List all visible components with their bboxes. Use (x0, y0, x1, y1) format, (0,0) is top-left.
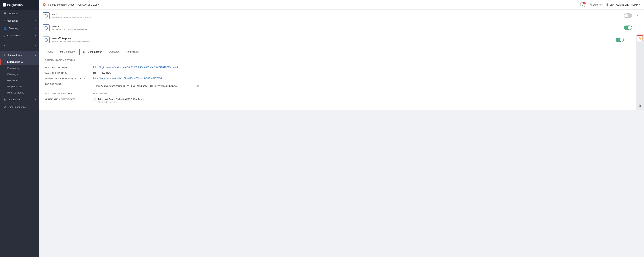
sidebar-sub-item-gateways[interactable]: Gateways (0, 71, 39, 77)
sidebar-item-label: User Experience (8, 106, 26, 108)
sidebar-item-directory[interactable]: 👤 Directory ▾ (0, 24, 39, 32)
topbar: 🏠 FluentCommerce_7cd85 › OMSQASSOEXT ▾ ?… (39, 0, 644, 10)
config-value-cert: 📄 Microsoft Azure Federated SSO Certific… (93, 98, 630, 103)
sidebar-sub-item-webhooks[interactable]: Webhooks (0, 77, 39, 83)
toggle-knob-azure (628, 26, 632, 30)
toggle-knob-azure-enterprise (620, 38, 624, 42)
chevron-down-icon: ▾ (35, 98, 36, 101)
config-value-entity-id: https://sts.windows.net/90e11593-043a-45… (93, 77, 630, 80)
user-chevron: ▾ (639, 4, 640, 6)
copy-acs-icon[interactable]: ⧉ (197, 84, 199, 87)
idp-info-azure-enterprise: AzureEnterprise ddb78f39-c76a-4818-9e40-… (52, 37, 616, 43)
user-experience-icon: ◉ (4, 98, 6, 101)
sidebar-logo-text: PingIdentity (7, 3, 23, 6)
toggle-knob-asdf (624, 14, 628, 17)
gateways-label: Gateways (7, 73, 18, 76)
webhooks-label: Webhooks (7, 79, 18, 82)
cert-valid: Valid 12-22 to 12-25 (98, 101, 144, 103)
provisioning-label: Provisioning (7, 67, 20, 69)
idp-expanded-content: AzureEnterprise ddb78f39-c76a-4818-9e40-… (39, 34, 636, 110)
tab-p1-connection[interactable]: P1 Connection (57, 49, 80, 55)
sidebar-item-integrations[interactable]: ✦ Authentication ▴ (0, 51, 39, 59)
config-row-cert: VERIFICATION CERTIFICATE: 📄 Microsoft Az… (45, 98, 630, 103)
sidebar-item-settings[interactable]: ⚙ User Experience ▾ (0, 103, 39, 111)
config-label-slo-url: SAML SLO LOGOUT URL: (45, 92, 93, 95)
idp-row-azure: Azure 4ef36e99-775f-4248-a4da-ad22ab05ad… (39, 22, 644, 34)
sidebar-item-label: Overview (8, 12, 18, 15)
sidebar-item-user-experience[interactable]: ◉ Integrations ▾ (0, 96, 39, 103)
toggle-azure-enterprise[interactable] (616, 38, 624, 42)
idp-expanded-row: AzureEnterprise ddb78f39-c76a-4818-9e40-… (39, 34, 644, 110)
sidebar-item-label: Directory (9, 27, 19, 30)
app-name-breadcrumb: OMSQASSOEXT ▾ (78, 3, 99, 6)
ping-logo-box: P (3, 3, 6, 6)
sidebar-logo: P PingIdentity (0, 0, 39, 10)
dropdown-icon[interactable]: ▾ (98, 3, 99, 6)
app-link[interactable]: OMSQASSOEXT (78, 3, 97, 6)
sidebar-item-label: Authentication (8, 54, 23, 57)
tab-registration[interactable]: Registration (123, 49, 143, 55)
overview-icon: ⊞ (4, 12, 6, 15)
clock-icon: 🕐 (589, 3, 592, 6)
config-label-saml-sso-url: SAML SSO LOGIN URL: (45, 66, 93, 68)
topbar-right: ? 1 🕐 Explore ▾ 👤 ENV_ADMIN ENV_ADMIN ▾ (580, 2, 640, 7)
toggle-azure[interactable] (624, 25, 632, 30)
tabs-bar: Profile P1 Connection IDP Configuration … (39, 46, 636, 55)
config-row-slo-url: SAML SLO LOGOUT URL: Not specified (45, 92, 630, 95)
sidebar-sub-item-external-idps[interactable]: External IDPs (0, 59, 39, 65)
cert-info: Microsoft Azure Federated SSO Certificat… (98, 98, 144, 103)
settings-icon: ⚙ (4, 105, 6, 109)
idp-uuid-azure-enterprise: ddb78f39-c76a-4818-9e40-5e563355bf2b ⧉ (52, 40, 616, 43)
idp-uuid-asdf: 98ea24bb-bd6b-4982-b503-d044158f7d13 (52, 16, 624, 18)
help-badge: 1 (583, 2, 586, 4)
user-button[interactable]: 👤 ENV_ADMIN ENV_ADMIN ▾ (606, 3, 640, 6)
config-row-saml-binding: SAML SSO BINDING: HTTP_REDIRECT (45, 71, 630, 74)
tab-attributes[interactable]: Attributes (106, 49, 123, 55)
idp-name-asdf: asdf (52, 13, 624, 16)
config-label-saml-binding: SAML SSO BINDING: (45, 71, 93, 74)
sidebar-sub-item-pingintelligence[interactable]: PingIntelligence (0, 90, 39, 96)
help-button[interactable]: ? 1 (580, 2, 585, 7)
idp-name-azure-enterprise: AzureEnterprise (52, 37, 616, 40)
config-value-saml-binding: HTTP_REDIRECT (93, 71, 630, 74)
idp-expanded-header: AzureEnterprise ddb78f39-c76a-4818-9e40-… (39, 34, 636, 46)
delete-button[interactable]: 🗑 (637, 103, 643, 109)
chevron-down-icon: ▾ (35, 20, 36, 22)
sidebar-sub-item-provisioning[interactable]: Provisioning (0, 65, 39, 71)
shield-icon-azure-enterprise (43, 36, 50, 43)
certificate-icon: 📄 (93, 98, 97, 101)
copy-uuid-icon[interactable]: ⧉ (92, 40, 93, 43)
tab-idp-configuration[interactable]: IDP Configuration (80, 49, 106, 55)
content-area: asdf 98ea24bb-bd6b-4982-b503-d044158f7d1… (39, 10, 644, 257)
right-action-bar: ✏️ 🗑 (636, 34, 644, 110)
main-content: 🏠 FluentCommerce_7cd85 › OMSQASSOEXT ▾ ?… (39, 0, 644, 257)
chevron-down-icon: ▾ (35, 44, 36, 46)
idp-info-asdf: asdf 98ea24bb-bd6b-4982-b503-d044158f7d1… (52, 13, 624, 18)
tab-profile[interactable]: Profile (43, 49, 57, 55)
entity-id-link[interactable]: https://sts.windows.net/90e11593-043a-45… (93, 77, 162, 80)
home-icon[interactable]: 🏠 (43, 3, 46, 6)
menu-icon-azure[interactable]: ≡ (635, 25, 640, 30)
user-icon: 👤 (606, 3, 609, 6)
directory-icon: 👤 (4, 26, 7, 30)
saml-sso-url-link[interactable]: https://login.microsoftonline.com/90e115… (93, 66, 178, 68)
acs-field: https://auth.pingone.asia/b2e31ba7-5c92-… (93, 83, 201, 89)
sidebar-sub-item-pingfederate[interactable]: PingFederate (0, 83, 39, 90)
explore-button[interactable]: 🕐 Explore ▾ (589, 3, 602, 6)
idp-expanded-azure-enterprise: AzureEnterprise ddb78f39-c76a-4818-9e40-… (39, 34, 644, 110)
toggle-asdf[interactable] (624, 13, 632, 18)
authentication-icon: ✓ (4, 43, 6, 47)
pingfederate-label: PingFederate (7, 85, 22, 88)
menu-icon-asdf[interactable]: ≡ (635, 13, 640, 18)
edit-button[interactable]: ✏️ (637, 35, 643, 41)
shield-icon-azure (43, 24, 50, 31)
env-link[interactable]: FluentCommerce_7cd85 (48, 3, 74, 6)
chevron-down-icon: ▾ (35, 27, 36, 29)
sidebar-item-overview[interactable]: ⊞ Overview (0, 10, 39, 17)
sidebar-item-authentication[interactable]: ✓ ▾ (0, 41, 39, 49)
menu-icon-azure-enterprise[interactable]: ≡ (626, 37, 632, 43)
chevron-down-icon: ▾ (35, 34, 36, 36)
sidebar-item-monitoring[interactable]: ↑ Monitoring ▾ (0, 17, 39, 24)
sidebar-item-applications[interactable]: □ Applications ▾ (0, 32, 39, 39)
pingintelligence-label: PingIntelligence (7, 91, 24, 94)
